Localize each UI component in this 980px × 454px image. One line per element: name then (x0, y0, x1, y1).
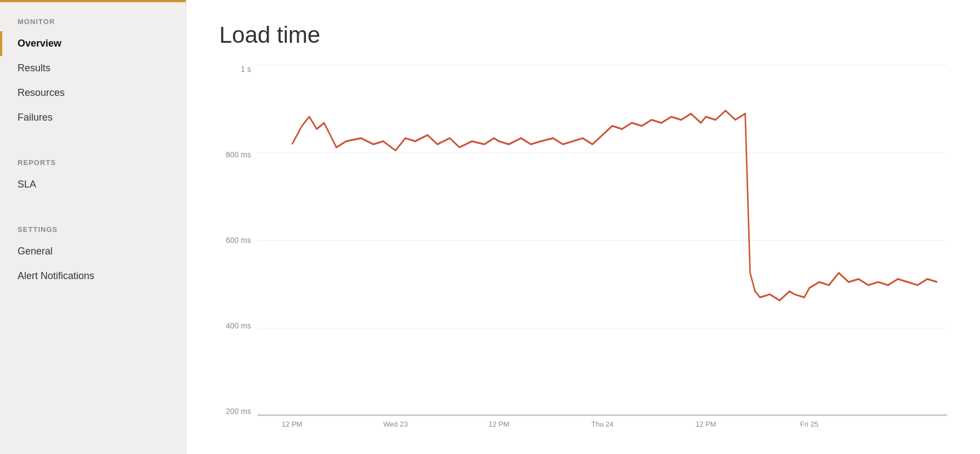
reports-section-label: REPORTS (0, 141, 186, 172)
results-label: Results (18, 63, 50, 73)
sla-label: SLA (18, 179, 36, 190)
overview-label: Overview (18, 38, 61, 49)
x-label-fri25: Fri 25 (800, 420, 818, 428)
y-label-1s: 1 s (219, 65, 258, 73)
sidebar-item-overview[interactable]: Overview (0, 31, 186, 56)
x-label-thu24: Thu 24 (591, 420, 613, 428)
sidebar-item-failures[interactable]: Failures (0, 105, 186, 130)
general-label: General (18, 246, 53, 257)
failures-label: Failures (18, 112, 53, 123)
main-content: Load time 1 s 800 ms 600 ms 400 ms 200 m… (186, 0, 980, 454)
monitor-section-label: MONITOR (0, 0, 186, 31)
chart-container: 1 s 800 ms 600 ms 400 ms 200 ms (219, 65, 947, 432)
y-axis: 1 s 800 ms 600 ms 400 ms 200 ms (219, 65, 258, 432)
sidebar-item-results[interactable]: Results (0, 56, 186, 81)
sidebar-item-general[interactable]: General (0, 239, 186, 264)
top-accent (0, 0, 186, 2)
resources-label: Resources (18, 87, 65, 98)
settings-section-label: SETTINGS (0, 208, 186, 239)
chart-plot: 12 PM Wed 23 12 PM Thu 24 12 PM Fri 25 (258, 65, 947, 432)
x-axis-labels: 12 PM Wed 23 12 PM Thu 24 12 PM Fri 25 (258, 416, 947, 432)
y-label-800ms: 800 ms (219, 150, 258, 159)
sidebar-item-alert-notifications[interactable]: Alert Notifications (0, 264, 186, 288)
sidebar-item-resources[interactable]: Resources (0, 81, 186, 105)
chart-title: Load time (219, 22, 947, 48)
x-label-wed23: Wed 23 (383, 420, 408, 428)
sidebar: MONITOR Overview Results Resources Failu… (0, 0, 186, 454)
alert-notifications-label: Alert Notifications (18, 270, 94, 281)
x-label-12pm-3: 12 PM (696, 420, 716, 428)
chart-line (292, 111, 937, 300)
chart-area: 1 s 800 ms 600 ms 400 ms 200 ms (219, 65, 947, 432)
y-label-600ms: 600 ms (219, 236, 258, 245)
y-label-400ms: 400 ms (219, 321, 258, 330)
y-label-200ms: 200 ms (219, 407, 258, 416)
sidebar-item-sla[interactable]: SLA (0, 172, 186, 197)
x-label-12pm-1: 12 PM (282, 420, 303, 428)
x-label-12pm-2: 12 PM (489, 420, 510, 428)
chart-svg (258, 65, 947, 432)
